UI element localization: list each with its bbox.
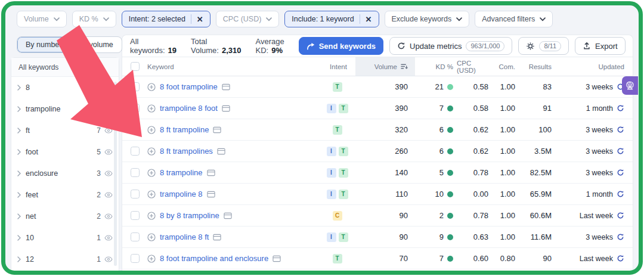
add-keyword-icon[interactable] [147,169,156,177]
eye-icon[interactable] [104,213,113,219]
keyword-link[interactable]: 8 ft trampoline [160,125,209,134]
refresh-icon[interactable] [617,212,624,219]
keyword-link[interactable]: 8 ft trampolines [160,147,213,156]
eye-icon[interactable] [104,235,113,241]
keyword-group-enclosure[interactable]: enclosure3 [11,163,119,184]
column-header-volume[interactable]: Volume [355,57,415,76]
keyword-group-trampoline[interactable]: trampoline [11,98,119,120]
export-button[interactable]: Export [575,37,626,55]
filter-chip-volume[interactable]: Volume [17,11,67,27]
keyword-group-8[interactable]: 8 [11,77,119,98]
chevron-right-icon[interactable] [17,149,21,155]
serp-features-icon[interactable] [224,212,232,219]
row-checkbox[interactable] [131,211,140,220]
add-keyword-icon[interactable] [147,212,156,220]
chevron-right-icon[interactable] [17,128,21,134]
extension-brain-icon[interactable] [622,76,638,95]
refresh-icon[interactable] [617,126,624,134]
serp-features-icon[interactable] [222,105,230,112]
column-header-kd[interactable]: KD % [415,57,457,76]
keyword-link[interactable]: trampoline 8 [160,190,203,199]
keyword-link[interactable]: 8 trampoline [160,168,203,177]
add-keyword-icon[interactable] [147,147,156,156]
filter-chip-intent-2-selected[interactable]: Intent: 2 selected✕ [122,11,210,27]
keyword-group-net[interactable]: net2 [11,206,119,227]
chevron-right-icon[interactable] [17,85,21,91]
remove-filter-icon[interactable]: ✕ [197,15,203,24]
serp-features-icon[interactable] [213,234,221,241]
row-checkbox[interactable] [131,125,140,134]
select-all-checkbox[interactable] [131,62,140,71]
row-checkbox[interactable] [131,254,140,263]
column-header-intent[interactable]: Intent [321,57,355,76]
refresh-icon[interactable] [617,190,624,198]
chevron-right-icon[interactable] [17,256,21,262]
keyword-group-foot[interactable]: foot5 [11,141,119,163]
row-checkbox[interactable] [131,104,140,113]
sidebar-scrollbar[interactable] [114,82,117,266]
serp-features-icon[interactable] [207,191,215,198]
keyword-link[interactable]: trampoline 8 ft [160,232,209,241]
filter-chip-exclude-keywords[interactable]: Exclude keywords [385,11,470,27]
keyword-group-12[interactable]: 121 [11,249,119,270]
keyword-link[interactable]: 8 by 8 trampoline [160,211,219,220]
keyword-group-feet[interactable]: feet2 [11,184,119,206]
keyword-link[interactable]: 8 foot trampoline [160,82,218,91]
chevron-right-icon[interactable] [17,106,21,112]
serp-features-icon[interactable] [273,255,281,262]
chevron-right-icon[interactable] [17,213,21,219]
refresh-icon[interactable] [617,233,624,241]
add-keyword-icon[interactable] [147,233,156,241]
keyword-link[interactable]: 8 foot trampoline and enclosure [160,254,268,263]
eye-icon[interactable] [104,149,113,155]
filter-chip-cpc-usd[interactable]: CPC (USD) [216,11,280,27]
all-keywords-header[interactable]: All keywords 19 [11,58,119,77]
keyword-group-10[interactable]: 101 [11,227,119,249]
update-metrics-button[interactable]: Update metrics 963/1,000 [389,37,512,55]
serp-features-icon[interactable] [213,126,221,134]
filter-chip-advanced-filters[interactable]: Advanced filters [475,11,553,27]
filter-chip-kd[interactable]: KD % [72,11,116,27]
eye-icon[interactable] [104,85,113,91]
chevron-right-icon[interactable] [17,192,21,198]
eye-icon[interactable] [104,106,113,112]
column-header-results[interactable]: Results [522,57,560,76]
add-keyword-icon[interactable] [147,190,156,199]
chevron-right-icon[interactable] [17,235,21,241]
add-keyword-icon[interactable] [147,83,156,91]
keyword-group-ft[interactable]: ft7 [11,120,119,141]
chevron-right-icon[interactable] [17,170,21,176]
filter-chip-include-1-keyword[interactable]: Include: 1 keyword✕ [284,11,379,27]
keyword-link[interactable]: trampoline 8 foot [160,104,218,113]
tab-by-volume[interactable]: By volume [70,37,121,52]
eye-icon[interactable] [104,128,113,134]
remove-filter-icon[interactable]: ✕ [366,15,372,24]
sort-descending-icon[interactable] [401,63,408,70]
tab-by-number[interactable]: By number [17,37,70,52]
results-cell: 82.5M [522,162,560,183]
serp-features-icon[interactable] [207,169,215,176]
row-checkbox[interactable] [131,168,140,177]
refresh-icon[interactable] [617,147,624,155]
column-header-com[interactable]: Com. [494,57,522,76]
add-keyword-icon[interactable] [147,126,156,134]
serp-features-icon[interactable] [217,148,225,155]
refresh-icon[interactable] [617,169,624,176]
serp-features-icon[interactable] [222,83,230,91]
refresh-icon[interactable] [617,255,624,262]
eye-icon[interactable] [104,170,113,176]
row-checkbox[interactable] [131,190,140,199]
send-keywords-button[interactable]: Send keywords [299,37,383,55]
column-header-keyword[interactable]: Keyword [147,57,321,76]
row-checkbox[interactable] [131,82,140,91]
column-header-cpc-usd[interactable]: CPC (USD) [457,57,494,76]
row-checkbox[interactable] [131,147,140,156]
eye-icon[interactable] [104,256,113,262]
add-keyword-icon[interactable] [147,255,156,263]
refresh-icon[interactable] [617,104,624,112]
column-header-updated[interactable]: Updated [560,57,633,76]
eye-icon[interactable] [104,192,113,198]
table-settings-button[interactable]: 8/11 [518,37,569,55]
row-checkbox[interactable] [131,232,140,241]
add-keyword-icon[interactable] [147,104,156,113]
